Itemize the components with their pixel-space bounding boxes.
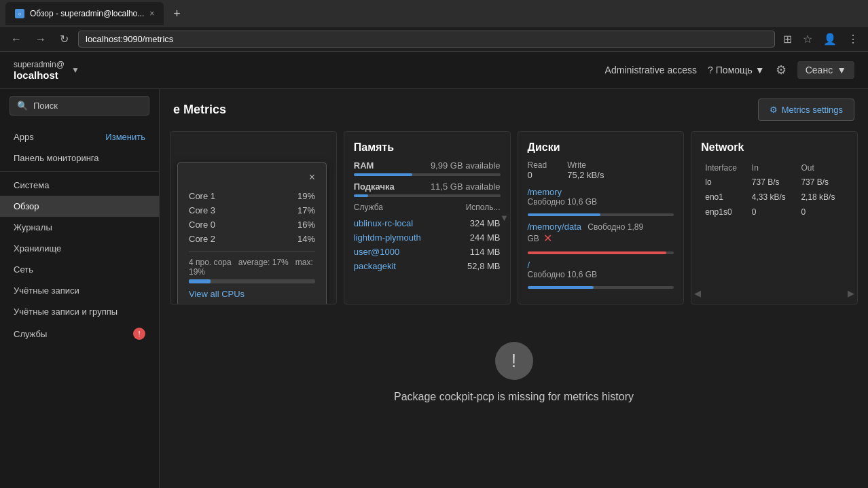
cpu-core-1-row: Core 1 19% (189, 189, 315, 203)
cpu-core-3-value: 17% (297, 205, 315, 215)
sidebar-item-monitoring[interactable]: Панель мониторинга (0, 147, 159, 169)
disk-path-memory-data-link[interactable]: /memory/data (528, 222, 581, 232)
network-scroll-left[interactable]: ◀ (694, 288, 701, 298)
bookmark-icon[interactable]: ☆ (800, 31, 815, 47)
sidebar-item-storage[interactable]: Хранилище (0, 238, 159, 259)
services-badge: ! (133, 328, 145, 340)
swap-value: 11,5 GB available (431, 181, 501, 192)
back-button[interactable]: ← (7, 32, 26, 47)
sidebar-divider-1 (0, 171, 159, 172)
network-in-enp1s0: 0 (749, 205, 797, 219)
sidebar: 🔍 Поиск Apps Изменить Панель мониторинга… (0, 89, 160, 488)
sidebar-item-logs[interactable]: Журналы (0, 217, 159, 238)
cpu-core-0-value: 16% (297, 220, 315, 230)
search-icon: 🔍 (17, 101, 28, 111)
disk-memory-data-gb-row: GB ✕ (528, 232, 674, 245)
memory-card-scroll[interactable]: ▼ (502, 132, 507, 304)
address-bar[interactable] (78, 31, 775, 48)
network-iface-lo: lo (702, 175, 748, 189)
disk-error-badge: Свободно 1,89 (585, 222, 643, 232)
sidebar-item-network[interactable]: Сеть (0, 259, 159, 280)
ram-value: 9,99 GB available (431, 160, 501, 171)
network-table: Interface In Out lo 737 B/s 737 B/s (701, 160, 848, 220)
sidebar-item-services[interactable]: Службы ! (0, 322, 159, 345)
ram-progress-bar-container (354, 173, 501, 176)
network-col-in: In (749, 162, 797, 174)
disk-path-memory: /memory Свободно 10,6 GB (528, 187, 674, 207)
forward-button[interactable]: → (31, 32, 50, 47)
cpu-core-2-row: Core 2 14% (189, 232, 315, 246)
help-icon: ? (708, 65, 713, 75)
network-scroll-controls: ◀ ▶ (691, 288, 857, 298)
disk-memory-data-gb: GB (528, 234, 539, 243)
memory-services-pct-header: Исполь... (466, 203, 501, 212)
main-layout: 🔍 Поиск Apps Изменить Панель мониторинга… (0, 89, 868, 488)
user-dropdown-arrow[interactable]: ▼ (71, 65, 79, 75)
search-box: 🔍 Поиск (0, 89, 159, 122)
disk-memory-data-progress (528, 251, 667, 254)
disk-path-memory-link[interactable]: /memory (528, 187, 562, 197)
sidebar-item-system[interactable]: Система (0, 175, 159, 196)
tab-title: Обзор - superadmin@localho... (30, 9, 144, 18)
sidebar-item-overview[interactable]: Обзор (0, 196, 159, 217)
mem-service-packagekit-link[interactable]: packagekit (354, 261, 396, 271)
sidebar-item-network-label: Сеть (14, 264, 33, 275)
disk-write: Write 75,2 kB/s (567, 160, 604, 180)
cpu-popup-close-btn[interactable]: × (309, 171, 315, 184)
new-tab-button[interactable]: + (169, 7, 185, 21)
user-info: superadmin@ localhost (14, 60, 65, 81)
content-header: e Metrics ⚙ Metrics settings (160, 89, 868, 128)
tab-favicon: ○ (15, 9, 24, 18)
content-title: e Metrics (173, 103, 226, 117)
extensions-icon[interactable]: ⊞ (780, 31, 795, 47)
network-card: Network Interface In Out lo (691, 131, 858, 304)
ram-label: RAM (354, 160, 374, 171)
top-bar-left: superadmin@ localhost ▼ (14, 60, 79, 81)
cpu-core-1-label: Core 1 (189, 191, 215, 201)
session-dropdown-icon: ▼ (837, 65, 846, 75)
disk-write-label: Write (567, 160, 604, 170)
network-out-enp1s0: 0 (798, 205, 846, 219)
mem-service-lightdm-link[interactable]: lightdm-plymouth (354, 232, 421, 243)
metrics-settings-label: Metrics settings (782, 105, 843, 115)
network-col-interface: Interface (702, 162, 748, 174)
network-row-lo: lo 737 B/s 737 B/s (702, 175, 846, 189)
memory-card-title: Память (354, 141, 501, 154)
network-out-eno1: 2,18 kB/s (798, 190, 846, 204)
tab-close-btn[interactable]: × (149, 9, 154, 18)
disk-read-value: 0 (528, 170, 547, 180)
sidebar-item-accounts[interactable]: Учётные записи (0, 280, 159, 301)
swap-row: Подкачка 11,5 GB available (354, 181, 501, 192)
menu-icon[interactable]: ⋮ (845, 31, 861, 47)
browser-chrome: ○ Обзор - superadmin@localho... × + (0, 0, 868, 27)
sidebar-item-apps[interactable]: Apps Изменить (0, 126, 159, 147)
sidebar-item-apps-edit[interactable]: Изменить (105, 132, 145, 142)
metrics-settings-button[interactable]: ⚙ Metrics settings (758, 99, 854, 121)
missing-package-text: Package cockpit-pcp is missing for metri… (394, 391, 634, 403)
top-bar: superadmin@ localhost ▼ Administrative a… (0, 52, 868, 89)
cpu-divider (189, 251, 315, 252)
mem-service-user-link[interactable]: user@1000 (354, 247, 399, 257)
disk-path-root-link[interactable]: / (528, 260, 530, 270)
help-button[interactable]: ? Помощь ▼ (708, 65, 765, 75)
sidebar-item-accounts-groups[interactable]: Учётные записи и группы (0, 301, 159, 322)
disk-error-icon: ✕ (543, 232, 552, 245)
session-button[interactable]: Сеанс ▼ (797, 61, 854, 79)
mem-service-ublinux-link[interactable]: ublinux-rc-local (354, 218, 413, 228)
settings-icon[interactable]: ⚙ (776, 63, 786, 77)
view-all-cpus-link[interactable]: View all CPUs (189, 289, 315, 299)
missing-icon-symbol: ! (511, 350, 517, 372)
user-icon[interactable]: 👤 (820, 31, 839, 47)
mem-service-user: user@1000 114 MB (354, 245, 501, 259)
cpu-core-2-label: Core 2 (189, 234, 215, 244)
search-input[interactable]: 🔍 Поиск (10, 96, 149, 116)
browser-tab-active[interactable]: ○ Обзор - superadmin@localho... × (5, 2, 164, 25)
mem-service-lightdm: lightdm-plymouth 244 MB (354, 230, 501, 245)
cpu-core-2-value: 14% (297, 234, 315, 244)
memory-services-name-header: Служба (354, 203, 383, 212)
disk-path-memory-data: /memory/data Свободно 1,89 GB ✕ (528, 222, 674, 245)
refresh-button[interactable]: ↻ (56, 31, 73, 47)
network-scroll-right[interactable]: ▶ (848, 288, 854, 298)
disk-path-root: / Свободно 10,6 GB (528, 260, 674, 279)
top-bar-right: Administrative access ? Помощь ▼ ⚙ Сеанс… (605, 61, 854, 79)
